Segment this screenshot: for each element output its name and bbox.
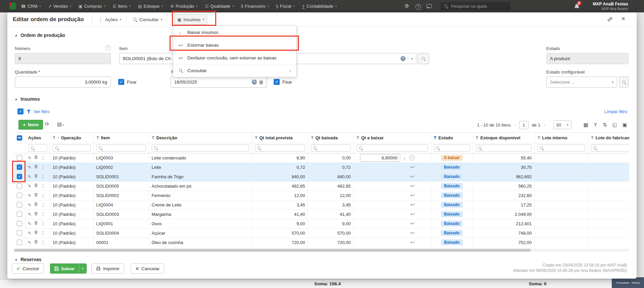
column-filter-input-qt-a-baixar[interactable] [357, 144, 428, 152]
help-circle-icon[interactable]: ? [105, 45, 111, 51]
close-icon[interactable]: ✕ [621, 16, 626, 22]
row-kebab-icon[interactable]: ⋮ [41, 183, 45, 189]
delete-trash-icon[interactable] [34, 164, 38, 170]
help-icon[interactable]: ? [415, 3, 421, 10]
nav-menu-contabilidade[interactable]: ∑Contabilidade▾ [302, 4, 337, 9]
grid-fullscreen-icon[interactable]: ◱ [612, 122, 617, 128]
column-filter-icon[interactable] [96, 136, 99, 139]
row-checkbox[interactable] [17, 230, 22, 236]
column-header-estado[interactable]: Estado [431, 133, 473, 143]
column-header-qt-total-prevista[interactable]: Qt total prevista [252, 133, 308, 143]
column-filter-input-lote-do-fabricante[interactable] [591, 144, 630, 152]
salvar-dropdown[interactable]: ▾ [79, 264, 86, 273]
column-header-item[interactable]: Item [93, 133, 149, 143]
nav-menu-estoque[interactable]: ▤Estoque▾ [138, 4, 163, 9]
section-ordem-producao[interactable]: ∧ Ordem de produção [15, 33, 65, 38]
nav-menu-qualidade[interactable]: ☑Qualidade▾ [205, 4, 234, 9]
fixar-data-checkbox[interactable] [274, 79, 280, 85]
row-kebab-icon[interactable]: ⋮ [41, 193, 45, 198]
column-header-qt-baixada[interactable]: Qt baixada [308, 133, 354, 143]
row-checkbox[interactable] [17, 211, 22, 217]
chevron-down-icon[interactable]: ▾ [408, 56, 413, 62]
column-filter-icon[interactable] [476, 136, 479, 139]
quantidade-field[interactable]: 3,00000 kg [15, 77, 111, 88]
account-menu[interactable]: MXP AnaB Festas MXP Ana Beatriz [593, 2, 628, 11]
insumos-menu-button[interactable]: ▣ Insumos ▾ [174, 14, 207, 25]
confirm-check-icon[interactable]: ✓ [409, 155, 415, 160]
delete-trash-icon[interactable] [34, 211, 38, 217]
column-filter-icon[interactable] [53, 136, 56, 139]
delete-trash-icon[interactable] [34, 221, 38, 226]
delete-trash-icon[interactable] [34, 240, 38, 245]
estornar-undo-icon[interactable]: ↩ [410, 202, 415, 208]
edit-pencil-icon[interactable]: ✎ [28, 174, 32, 179]
filter-bar-checkbox[interactable] [17, 108, 24, 114]
menu-item-estornar-baixas[interactable]: ↩Estornar baixas [173, 39, 296, 51]
column-filter-icon[interactable] [591, 136, 594, 139]
chat-icon[interactable] [426, 3, 432, 9]
sort-ascending-icon[interactable]: ↑ [57, 135, 59, 140]
novo-button[interactable]: + Novo [18, 120, 43, 130]
column-header-acoes[interactable]: Ações [25, 133, 50, 143]
edit-pencil-icon[interactable]: ✎ [28, 184, 32, 189]
column-filter-icon[interactable] [434, 136, 437, 139]
edit-pencil-icon[interactable]: ✎ [28, 212, 32, 217]
estornar-undo-icon[interactable]: ↩ [410, 174, 415, 180]
date-field[interactable]: 16/05/2025 ▦ [171, 77, 267, 88]
delete-trash-icon[interactable] [34, 193, 38, 198]
edit-pencil-icon[interactable]: ✎ [28, 231, 32, 236]
nav-menu-vendas[interactable]: ↗Vendas▾ [48, 4, 71, 9]
column-filter-input-estoque-disponivel[interactable] [476, 144, 532, 152]
delete-trash-icon[interactable] [34, 155, 38, 160]
row-checkbox[interactable] [17, 155, 22, 160]
page-number-input[interactable]: 1 [519, 121, 528, 129]
delete-trash-icon[interactable] [34, 230, 38, 236]
row-kebab-icon[interactable]: ⋮ [41, 174, 45, 179]
estornar-undo-icon[interactable]: ↩ [410, 221, 415, 227]
concluir-button[interactable]: ✓ Concluir [12, 263, 44, 274]
menu-item-baixar-insumos[interactable]: ↓Baixar insumos [173, 26, 296, 39]
column-header-descricao[interactable]: Descrição [149, 133, 252, 143]
estornar-undo-icon[interactable]: ↩ [410, 230, 415, 236]
row-checkbox[interactable] [17, 174, 22, 179]
consultar-menu-button[interactable]: Consultar ▾ [130, 15, 165, 24]
estornar-undo-icon[interactable]: ↩ [410, 239, 415, 245]
salvar-button[interactable]: Salvar ▾ [50, 263, 87, 274]
estornar-undo-icon[interactable]: ↩ [410, 211, 415, 217]
column-filter-input-qt-baixada[interactable] [311, 144, 351, 152]
clear-icon[interactable] [252, 80, 257, 85]
row-kebab-icon[interactable]: ⋮ [41, 155, 45, 160]
baixar-arrow-icon[interactable]: ↓ [404, 155, 406, 160]
nav-menu-crm[interactable]: ☎CRM▾ [21, 4, 41, 9]
row-checkbox[interactable] [17, 193, 22, 198]
row-kebab-icon[interactable]: ⋮ [41, 164, 45, 170]
edit-pencil-icon[interactable]: ✎ [28, 221, 32, 226]
column-header-estoque-disponivel[interactable]: Estoque disponível [473, 133, 535, 143]
nav-menu-fiscal[interactable]: §Fiscal▾ [276, 4, 295, 9]
delete-trash-icon[interactable] [34, 174, 38, 179]
estado-configuravel-select[interactable]: Selecione ... ▾ [546, 77, 617, 88]
chevron-down-icon[interactable]: ▾ [612, 79, 613, 85]
column-filter-input-lote-interno[interactable] [538, 144, 585, 152]
column-filter-input-estado[interactable] [434, 144, 470, 152]
grid-columns-icon[interactable]: ▦ [584, 122, 588, 128]
imprimir-button[interactable]: Imprimir [91, 263, 124, 274]
privacy-terms-badge[interactable]: Privacidade - Termos [612, 277, 644, 288]
export-icon[interactable]: ▤▾ [57, 121, 64, 127]
column-header-qt-a-baixar[interactable]: Qt a baixar [354, 133, 431, 143]
column-filter-icon[interactable] [538, 136, 541, 139]
item-search-button[interactable] [418, 53, 429, 64]
scrollbar-thumb[interactable] [14, 249, 531, 252]
grid-save-layout-icon[interactable]: ▣ [623, 122, 627, 128]
next-page-icon[interactable]: › [544, 122, 545, 128]
horizontal-scrollbar[interactable] [14, 249, 629, 252]
column-filter-icon[interactable] [357, 136, 360, 139]
column-header-lote-do-fabricante[interactable]: Lote do fabricante [588, 133, 629, 143]
qt-a-baixar-input[interactable]: 6,90000 [360, 154, 400, 162]
row-checkbox[interactable] [17, 183, 22, 189]
settings-gear-icon[interactable]: ⚙ [405, 3, 409, 9]
row-kebab-icon[interactable]: ⋮ [41, 240, 45, 245]
fixar-quantidade-checkbox[interactable] [118, 79, 124, 85]
column-filter-icon[interactable] [152, 136, 155, 139]
row-checkbox[interactable] [17, 202, 22, 207]
